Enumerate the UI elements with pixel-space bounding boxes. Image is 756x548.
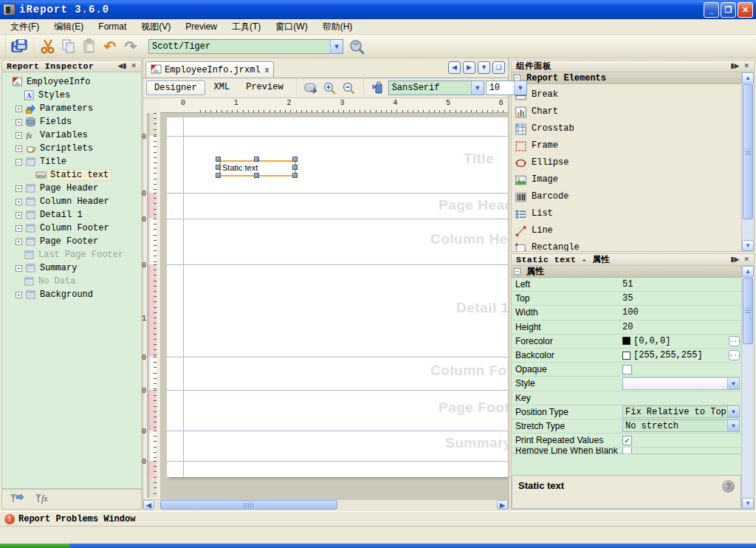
tree-item-last-page-footer[interactable]: Last Page Footer — [2, 248, 141, 261]
property-dropdown[interactable]: No stretch▼ — [622, 419, 740, 432]
chevron-down-icon[interactable]: ▼ — [330, 40, 343, 53]
band-separator-line[interactable] — [167, 461, 508, 462]
tree-item-column-footer[interactable]: +Column Footer — [2, 222, 141, 235]
property-value[interactable]: 20 — [622, 322, 633, 332]
tab-list-dropdown-icon[interactable]: ▼ — [478, 61, 490, 74]
palette-scrollbar[interactable]: ▲ ▼ — [741, 72, 754, 251]
palette-item-list[interactable]: List — [513, 205, 628, 222]
property-dropdown[interactable]: ▼ — [622, 377, 740, 390]
close-panel-icon[interactable]: ✕ — [128, 61, 139, 72]
property-dropdown[interactable]: Fix Relative to Top▼ — [622, 405, 740, 418]
scroll-up-icon[interactable]: ▲ — [742, 266, 754, 277]
property-row-forecolor[interactable]: Forecolor[0,0,0]... — [512, 335, 741, 349]
band-separator-line[interactable] — [167, 431, 508, 431]
pin-panel-icon[interactable]: ◀▮ — [116, 61, 129, 72]
expand-icon[interactable]: + — [16, 119, 22, 126]
palette-item-rectangle[interactable]: Rectangle — [513, 239, 628, 251]
expand-icon[interactable]: + — [16, 145, 22, 152]
property-checkbox[interactable]: ✔ — [622, 436, 632, 445]
undo-button[interactable]: ↶ — [100, 37, 120, 56]
tree-item-styles[interactable]: AStyles — [2, 89, 141, 102]
font-size-combobox[interactable]: 10 ▼ — [486, 81, 527, 95]
property-row-position-type[interactable]: Position TypeFix Relative to Top▼ — [512, 405, 741, 419]
restore-button[interactable]: ❐ — [721, 2, 736, 18]
windows-taskbar[interactable] — [0, 544, 756, 548]
property-row-backcolor[interactable]: Backcolor[255,255,255]... — [512, 349, 741, 363]
band-separator-line[interactable] — [167, 219, 508, 219]
scroll-tabs-right-icon[interactable]: ▶ — [463, 61, 475, 74]
expand-icon[interactable]: + — [16, 239, 22, 245]
property-row-width[interactable]: Width100 — [512, 306, 741, 320]
menu-item-3[interactable]: 视图(V) — [134, 19, 178, 35]
tab-close-icon[interactable]: x — [264, 66, 269, 74]
palette-item-chart[interactable]: Chart — [513, 103, 628, 120]
property-checkbox[interactable] — [622, 365, 632, 374]
palette-section-report-elements[interactable]: −Report Elements — [512, 72, 741, 84]
menu-item-5[interactable]: 工具(T) — [224, 19, 268, 35]
properties-scrollbar[interactable]: ▲ ▼ — [741, 266, 754, 509]
properties-section-bar[interactable]: − 属性 — [512, 266, 741, 278]
tree-item-page-header[interactable]: +Page Header — [2, 182, 141, 195]
resize-handle[interactable] — [292, 165, 298, 170]
horizontal-scrollbar[interactable]: ◀ ▶ — [143, 499, 508, 510]
tree-item-page-footer[interactable]: +Page Footer — [2, 235, 141, 248]
expand-icon[interactable]: + — [16, 212, 22, 219]
scroll-thumb[interactable] — [743, 84, 753, 219]
palette-item-barcode[interactable]: Barcode — [513, 188, 628, 205]
resize-handle[interactable] — [292, 157, 298, 162]
chevron-down-icon[interactable]: ▼ — [727, 420, 739, 431]
collapse-icon[interactable]: − — [514, 268, 520, 275]
pin-panel-icon[interactable]: ▮▶ — [729, 254, 742, 265]
menu-item-7[interactable]: 帮助(H) — [315, 19, 360, 35]
close-panel-icon[interactable]: ✕ — [741, 61, 752, 72]
expand-icon[interactable]: + — [16, 292, 22, 298]
property-row-top[interactable]: Top35 — [512, 292, 741, 306]
paste-button[interactable] — [79, 37, 100, 56]
status-text[interactable]: Report Problems Window — [18, 514, 135, 524]
color-picker-button[interactable]: ... — [729, 350, 740, 360]
design-canvas[interactable]: TitlePage HeaderColumn HeaderDetail 1Col… — [160, 113, 508, 499]
tree-item-scriptlets[interactable]: +Scriptlets — [2, 142, 141, 155]
scroll-up-icon[interactable]: ▲ — [742, 72, 754, 83]
palette-item-ellipse[interactable]: Ellipse — [513, 154, 628, 171]
palette-item-crosstab[interactable]: Crosstab — [513, 120, 628, 137]
expand-icon[interactable]: + — [16, 199, 22, 205]
chevron-down-icon[interactable]: ▼ — [471, 81, 484, 95]
report-page[interactable]: TitlePage HeaderColumn HeaderDetail 1Col… — [167, 117, 508, 477]
expand-icon[interactable]: + — [16, 185, 22, 192]
property-row-left[interactable]: Left51 — [512, 278, 741, 292]
menu-item-0[interactable]: 文件(F) — [3, 19, 47, 35]
view-button-xml[interactable]: XML — [207, 81, 238, 95]
scroll-left-icon[interactable]: ◀ — [143, 500, 154, 510]
tree-item-detail-1[interactable]: +Detail 1 — [2, 208, 141, 222]
tree-item-column-header[interactable]: +Column Header — [2, 195, 141, 208]
format-tool-icon[interactable] — [369, 80, 387, 96]
view-button-preview[interactable]: Preview — [238, 81, 290, 95]
collapse-icon[interactable]: − — [16, 159, 22, 165]
close-panel-icon[interactable]: ✕ — [741, 254, 752, 265]
font-combobox[interactable]: SansSerif ▼ — [388, 81, 484, 95]
property-row-remove-line-when-blank[interactable]: Remove Line When Blank — [512, 448, 741, 454]
menu-item-2[interactable]: Format — [91, 20, 134, 33]
band-separator-line[interactable] — [167, 390, 508, 391]
tree-item-no-data[interactable]: No Data — [2, 275, 141, 288]
menu-item-6[interactable]: 窗口(W) — [268, 19, 315, 35]
property-value[interactable]: 51 — [622, 279, 633, 290]
resize-handle[interactable] — [216, 165, 221, 170]
close-button[interactable]: ✕ — [738, 2, 753, 18]
help-icon[interactable]: ? — [722, 480, 735, 493]
scroll-right-icon[interactable]: ▶ — [497, 500, 508, 510]
chevron-down-icon[interactable]: ▼ — [727, 378, 739, 389]
color-picker-button[interactable]: ... — [729, 336, 740, 346]
pages-stack-icon[interactable] — [302, 80, 320, 96]
copy-button[interactable] — [58, 37, 79, 56]
tree-item-static-text[interactable]: labelStatic text — [2, 168, 141, 182]
palette-item-image[interactable]: Image — [513, 171, 628, 188]
resize-handle[interactable] — [292, 173, 298, 178]
property-row-style[interactable]: Style▼ — [512, 377, 741, 391]
save-all-button[interactable] — [9, 37, 30, 56]
chevron-down-icon[interactable]: ▼ — [727, 406, 739, 417]
maximize-editor-icon[interactable]: ❏ — [492, 61, 505, 74]
property-value[interactable]: 35 — [622, 293, 633, 304]
cut-button[interactable] — [38, 37, 58, 56]
